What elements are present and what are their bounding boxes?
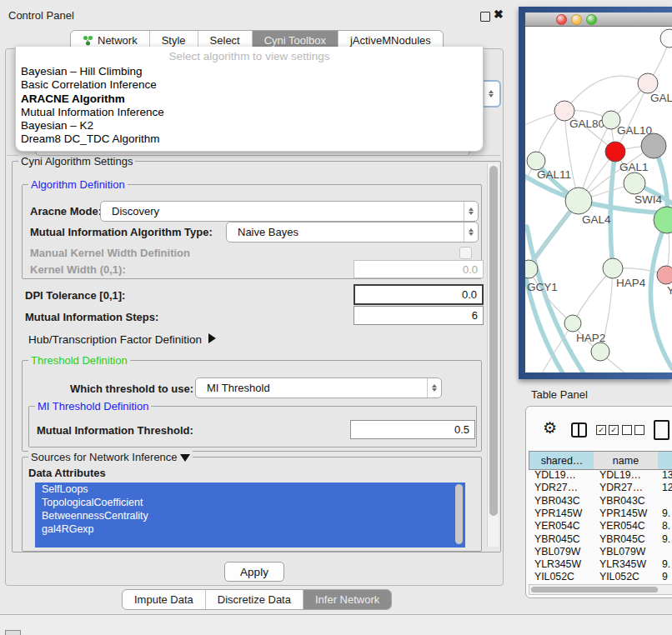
- aracne-mode-select[interactable]: Discovery: [100, 201, 479, 222]
- hide-columns-icon[interactable]: [622, 425, 644, 435]
- bottom-strip: [0, 615, 672, 635]
- show-columns-icon[interactable]: ✓✓: [596, 425, 619, 435]
- dropdown-item[interactable]: Basic Correlation Inference: [16, 78, 483, 92]
- data-attributes-list[interactable]: SelfLoopsTopologicalCoefficientBetweenne…: [35, 482, 465, 548]
- network-node-gal1[interactable]: [624, 172, 645, 194]
- table-cell[interactable]: YLR345W: [534, 558, 581, 570]
- mi-threshold-input[interactable]: 0.5: [350, 420, 475, 439]
- table-cell[interactable]: YDR27…: [534, 482, 578, 493]
- table-cell[interactable]: YBR043C: [599, 495, 645, 507]
- combobox-spinner-icon: [464, 202, 478, 221]
- dropdown-item[interactable]: Dream8 DC_TDC Algorithm: [16, 132, 483, 146]
- tab-label: jActiveMNodules: [350, 34, 431, 47]
- dropdown-item[interactable]: Mutual Information Inference: [16, 106, 483, 119]
- table-cell[interactable]: 12: [662, 482, 672, 493]
- table-cell[interactable]: YBR045C: [599, 533, 645, 545]
- attribute-item[interactable]: SelfLoops: [35, 482, 465, 496]
- kernel-width-label: Kernel Width (0,1):: [30, 263, 126, 276]
- combobox-spinner-icon: [464, 222, 478, 242]
- table-cell[interactable]: YDL19…: [534, 469, 576, 481]
- table-cell[interactable]: YBL079W: [534, 546, 580, 558]
- table-cell[interactable]: YLR345W: [599, 558, 646, 570]
- float-window-icon[interactable]: [480, 12, 490, 22]
- which-threshold-select[interactable]: MI Threshold: [195, 378, 442, 398]
- network-window-titlebar[interactable]: [525, 12, 672, 27]
- network-node[interactable]: [605, 142, 625, 162]
- table-cell[interactable]: YDR27…: [599, 482, 643, 493]
- table-cell[interactable]: YIL052C: [534, 571, 574, 582]
- network-node-gal11[interactable]: [527, 152, 545, 170]
- attribute-item[interactable]: BetweennessCentrality: [35, 509, 465, 522]
- split-columns-icon[interactable]: [571, 422, 587, 438]
- minimize-traffic-light[interactable]: [571, 14, 582, 25]
- gear-icon[interactable]: ⚙: [543, 418, 557, 437]
- column-header[interactable]: name: [594, 451, 659, 470]
- apply-button[interactable]: Apply: [224, 562, 284, 582]
- table-cell[interactable]: YPR145W: [534, 508, 582, 519]
- table-cell[interactable]: YBL079W: [599, 546, 645, 558]
- mi-threshold-label: Mutual Information Threshold:: [37, 424, 193, 437]
- dropdown-item[interactable]: Bayesian – Hill Climbing: [16, 65, 483, 78]
- node-label: SWI4: [634, 193, 662, 206]
- settings-scrollbar[interactable]: [487, 163, 499, 547]
- network-canvas[interactable]: GALGAL80GAL10GAL11GAL1GAL4SWI4GCY1HAP4YH…: [525, 27, 672, 372]
- table-panel-title: Table Panel: [531, 388, 588, 401]
- table-cell[interactable]: 9: [662, 571, 668, 582]
- tab-label: Discretize Data: [218, 593, 291, 606]
- table-cell[interactable]: YBR043C: [534, 495, 580, 507]
- table-hscrollbar-thumb[interactable]: [531, 587, 658, 592]
- table-hscrollbar[interactable]: [529, 584, 672, 595]
- column-header[interactable]: shared…: [529, 451, 595, 470]
- threshold-definition-title: Threshold Definition: [28, 354, 130, 367]
- table-cell[interactable]: YER054C: [599, 520, 645, 532]
- table-cell[interactable]: 9.: [662, 558, 670, 570]
- manual-kernel-checkbox[interactable]: [459, 247, 472, 259]
- close-traffic-light[interactable]: [556, 14, 567, 25]
- tab-infer-network[interactable]: Infer Network: [303, 590, 391, 609]
- hub-definition-toggle[interactable]: Hub/Transcription Factor Definition: [28, 333, 216, 346]
- node-label: GAL: [650, 92, 672, 104]
- network-node-hap4[interactable]: [603, 258, 623, 278]
- dropdown-item[interactable]: ARACNE Algorithm: [16, 92, 483, 106]
- attribute-item[interactable]: TopologicalCoefficient: [35, 496, 465, 509]
- node-label: Y: [667, 284, 672, 297]
- network-node[interactable]: [591, 342, 609, 361]
- table-cell[interactable]: 9.: [662, 508, 670, 519]
- close-icon[interactable]: ✖: [494, 8, 504, 21]
- network-node[interactable]: [641, 133, 666, 158]
- mi-type-value: Naive Bayes: [227, 226, 464, 238]
- table-cell[interactable]: YIL052C: [599, 571, 639, 582]
- tab-label: Cyni Toolbox: [264, 34, 326, 47]
- table-cell[interactable]: YER054C: [534, 520, 580, 532]
- sources-title[interactable]: Sources for Network Inference: [28, 451, 193, 463]
- minimized-panel-icon[interactable]: [5, 630, 21, 635]
- network-node-gal4[interactable]: [565, 188, 592, 214]
- attributes-scrollbar-thumb[interactable]: [455, 484, 463, 544]
- export-table-icon[interactable]: [654, 420, 669, 440]
- attribute-item[interactable]: gal4RGexp: [35, 522, 465, 536]
- mi-threshold-definition-title: MI Threshold Definition: [35, 400, 151, 412]
- manual-kernel-label: Manual Kernel Width Definition: [30, 247, 190, 259]
- node-label: GAL4: [582, 213, 611, 226]
- zoom-traffic-light[interactable]: [586, 14, 597, 25]
- settings-scrollbar-thumb[interactable]: [489, 166, 498, 516]
- dropdown-item[interactable]: Bayesian – K2: [16, 119, 483, 132]
- table-cell[interactable]: 9.: [662, 533, 670, 545]
- network-node-hap2[interactable]: [564, 315, 581, 332]
- column-header[interactable]: [658, 451, 672, 470]
- network-node[interactable]: [660, 29, 672, 48]
- network-node-y[interactable]: [657, 266, 672, 284]
- table-cell[interactable]: YBR045C: [534, 533, 580, 545]
- network-edge[interactable]: [564, 76, 648, 111]
- table-cell[interactable]: 13: [662, 469, 672, 481]
- tab-discretize-data[interactable]: Discretize Data: [205, 590, 303, 609]
- dpi-tolerance-input[interactable]: 0.0: [354, 284, 484, 305]
- tab-impute-data[interactable]: Impute Data: [123, 590, 205, 609]
- table-cell[interactable]: 8.: [662, 520, 670, 532]
- mi-steps-input[interactable]: 6: [354, 306, 484, 325]
- kernel-width-input[interactable]: 0.0: [354, 260, 484, 278]
- network-node-gal[interactable]: [638, 73, 658, 93]
- table-cell[interactable]: YDL19…: [599, 469, 641, 481]
- table-cell[interactable]: YPR145W: [599, 508, 647, 519]
- mi-algorithm-type-select[interactable]: Naive Bayes: [226, 222, 479, 242]
